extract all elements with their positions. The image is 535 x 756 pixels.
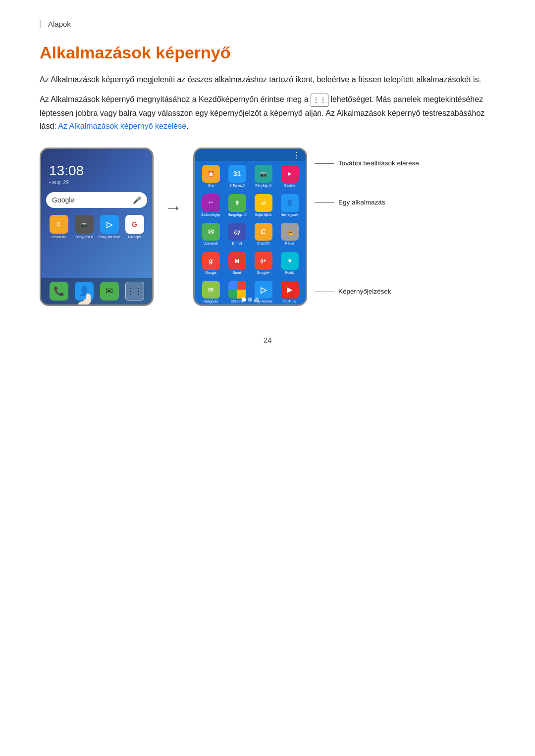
chrome-icon: [228, 281, 246, 299]
app-nevjegyzek[interactable]: 👤 Névjegyzék: [277, 192, 302, 219]
szamologep-label: Számológép: [201, 213, 220, 217]
app-playstore[interactable]: ▷ Play Áruház: [98, 215, 121, 239]
app-ora[interactable]: ⏰ Óra: [199, 163, 223, 190]
screen-dot-1: [242, 298, 246, 302]
playstore-label: Play Áruház: [99, 235, 120, 239]
radio-icon: 📻: [281, 223, 299, 241]
callout-indicators-text: Képernyőjelzések: [334, 287, 391, 297]
nevjegyzek-label: Névjegyzék: [280, 213, 298, 217]
sajatfajlok-label: Saját fájlok: [255, 213, 271, 217]
arrow-container: →: [154, 148, 193, 218]
callouts-column: További beállítások elérése. Egy alkalma…: [307, 148, 421, 306]
stervezo-label: S Tervező: [229, 184, 245, 188]
callout-dash-2: [315, 202, 334, 203]
app-chaton-right[interactable]: C ChatON: [251, 221, 275, 248]
top-bar-right: ⋮: [195, 149, 306, 161]
app-sajatfajlok[interactable]: 📁 Saját fájlok: [251, 192, 275, 219]
link-text: Az Alkalmazások képernyő kezelése: [58, 122, 186, 130]
nevjegyzek-icon: 👤: [281, 194, 299, 212]
phone-left-screenshot: 13:08 ▪ aug. 29 Google 🎤 C ChatON 📷 Fény…: [40, 148, 154, 306]
app-google-right[interactable]: g Google: [199, 250, 223, 277]
hand-svg: [66, 293, 110, 306]
callout-indicators: Képernyőjelzések: [315, 287, 421, 297]
page-number-text: 24: [264, 336, 272, 344]
status-bar-left: [41, 149, 152, 159]
gmail-label: Gmail: [232, 271, 241, 275]
intro-text-2a: Az Alkalmazások képernyő megnyitásához a…: [40, 95, 311, 103]
playstore-right-icon: ▷: [255, 281, 272, 299]
app-galeria[interactable]: ▶ Galéria: [277, 163, 302, 190]
phone-right-screenshot: ⋮ ⏰ Óra 31 S Tervező 📷 Fénykép ő: [193, 148, 307, 306]
stervezo-icon: 31: [228, 165, 246, 183]
gmail-icon: M: [228, 252, 246, 270]
app-gmail[interactable]: M Gmail: [225, 250, 249, 277]
app-chaton[interactable]: C ChatON: [48, 215, 70, 239]
app-uzenetek[interactable]: ✉ Üzenetek: [199, 221, 223, 248]
app-stervezo[interactable]: 31 S Tervező: [225, 163, 249, 190]
email-label: E-mail: [232, 242, 242, 246]
radio-label: Rádió: [285, 242, 294, 246]
fenykep-icon: 📷: [255, 165, 272, 183]
uzenetek-label: Üzenetek: [204, 242, 218, 246]
uzenetek-icon: ✉: [202, 223, 220, 241]
dock-apps-grid[interactable]: ⋮⋮: [125, 282, 144, 301]
app-hangrogzito[interactable]: 🎙 Hangrögzítő: [225, 192, 249, 219]
app-camera[interactable]: 📷 Fénykép ő: [73, 215, 96, 239]
google-right-label: Google: [205, 271, 216, 275]
app-googleplus[interactable]: g+ Google+: [251, 250, 275, 277]
time-display: 13:08: [41, 159, 152, 180]
section-label: Alapok: [40, 20, 495, 28]
app-fotok[interactable]: ★ Fotók: [277, 250, 302, 277]
galeria-icon: ▶: [281, 165, 299, 183]
playstore-icon: ▷: [100, 215, 119, 234]
page-container: Alapok Alkalmazások képernyő Az Alkalmaz…: [0, 0, 535, 384]
more-options-icon[interactable]: ⋮: [293, 151, 302, 160]
app-radio[interactable]: 📻 Rádió: [277, 221, 302, 248]
ora-label: Óra: [208, 184, 214, 188]
grid-icon: ⋮⋮: [311, 94, 328, 107]
callout-settings-text: További beállítások elérése.: [334, 159, 421, 168]
sajatfajlok-icon: 📁: [255, 194, 272, 212]
chaton-icon: C: [50, 215, 68, 234]
intro-text-1: Az Alkalmazások képernyő megjeleníti az …: [40, 75, 481, 84]
chaton-right-label: ChatON: [257, 242, 269, 246]
google-label: Google: [128, 235, 141, 239]
hangrogzito-label: Hangrögzítő: [227, 213, 246, 217]
date-display: ▪ aug. 29: [41, 180, 152, 189]
dock-phone[interactable]: 📞: [50, 282, 68, 301]
callout-app: Egy alkalmazás: [315, 198, 421, 207]
screen-indicators: [195, 298, 306, 302]
app-google[interactable]: G Google: [123, 215, 146, 239]
chaton-right-icon: C: [255, 223, 272, 241]
kezelese-link[interactable]: Az Alkalmazások képernyő kezelése: [58, 122, 186, 130]
email-icon: @: [228, 223, 246, 241]
diagram-area: 13:08 ▪ aug. 29 Google 🎤 C ChatON 📷 Fény…: [40, 148, 495, 306]
app-szamologep[interactable]: +÷ Számológép: [199, 192, 223, 219]
google-text: Google: [52, 196, 74, 204]
page-number: 24: [40, 336, 495, 344]
google-right-icon: g: [202, 252, 220, 270]
fenykep-label: Fénykép ő: [255, 184, 271, 188]
screen-dot-2: [248, 298, 252, 302]
intro-text-2c: .: [186, 122, 188, 130]
app-email[interactable]: @ E-mail: [225, 221, 249, 248]
szamologep-icon: +÷: [202, 194, 220, 212]
hand-cursor: [66, 293, 110, 306]
googleplus-icon: g+: [255, 252, 272, 270]
callout-dash-1: [315, 163, 334, 164]
apps-grid: ⏰ Óra 31 S Tervező 📷 Fénykép ő ▶ Galéria: [195, 161, 306, 306]
arrow-icon: →: [164, 197, 182, 218]
hangouts-icon: 99: [202, 281, 220, 299]
fotok-label: Fotók: [285, 271, 294, 275]
intro-paragraph-2: Az Alkalmazások képernyő megnyitásához a…: [40, 93, 495, 133]
google-search-bar[interactable]: Google 🎤: [46, 192, 147, 208]
hangrogzito-icon: 🎙: [228, 194, 246, 212]
galeria-label: Galéria: [284, 184, 295, 188]
mic-icon: 🎤: [133, 196, 141, 204]
screen-dot-3: [255, 298, 259, 302]
chaton-label: ChatON: [52, 235, 66, 239]
section-label-text: Alapok: [48, 20, 71, 28]
ora-icon: ⏰: [202, 165, 220, 183]
app-fenykep[interactable]: 📷 Fénykép ő: [251, 163, 275, 190]
youtube-icon: ▶: [281, 281, 299, 299]
